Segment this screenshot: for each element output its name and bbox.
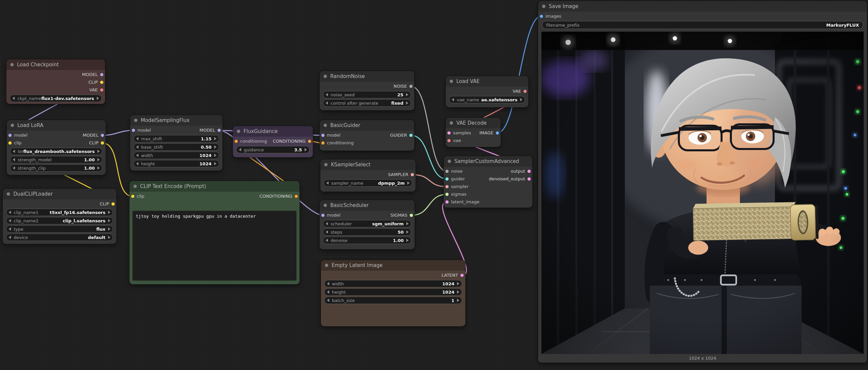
widget-max-shift[interactable]: max_shift 1.15 (133, 135, 219, 142)
output-slot-output[interactable] (527, 170, 531, 173)
output-slot-vae[interactable] (523, 90, 527, 93)
decrement-arrow-icon[interactable] (136, 145, 138, 149)
widget-noise-seed[interactable]: noise_seed 25 (323, 91, 411, 98)
widget-clip-name2[interactable]: clip_name2 clip_l.safetensors (6, 217, 113, 224)
node-load-lora[interactable]: Load LoRA model MODEL clip CLIP lor ... … (7, 120, 106, 175)
node-header[interactable]: Load Checkpoint (6, 59, 105, 70)
decrement-arrow-icon[interactable] (136, 137, 138, 140)
output-slot-latent[interactable] (460, 274, 464, 277)
increment-arrow-icon[interactable] (97, 166, 100, 170)
prev-arrow-icon[interactable] (9, 227, 11, 231)
next-arrow-icon[interactable] (407, 181, 410, 185)
output-slot-clip[interactable] (112, 202, 115, 206)
node-save-image[interactable]: Save Image images filename_prefix Markur… (538, 1, 867, 363)
increment-arrow-icon[interactable] (214, 154, 217, 157)
widget-ckpt-name[interactable]: ckpt_name flux1-dev.safetensors (10, 95, 102, 102)
widget-guidance[interactable]: guidance 3.5 (236, 146, 310, 153)
input-slot-model[interactable] (321, 214, 324, 217)
node-empty-latent-image[interactable]: Empty Latent Image LATENT width 1024 hei… (321, 260, 465, 326)
input-slot-clip[interactable] (131, 195, 134, 198)
widget-height[interactable]: height 1024 (133, 160, 219, 167)
input-slot-samples[interactable] (447, 131, 451, 135)
increment-arrow-icon[interactable] (214, 145, 217, 149)
next-arrow-icon[interactable] (520, 98, 522, 101)
node-basic-scheduler[interactable]: BasicScheduler model SIGMAS scheduler sg… (319, 200, 415, 249)
decrement-arrow-icon[interactable] (136, 162, 138, 165)
input-slot-sampler[interactable] (445, 185, 449, 188)
node-header[interactable]: BasicGuider (319, 120, 414, 131)
increment-arrow-icon[interactable] (406, 93, 408, 96)
decrement-arrow-icon[interactable] (327, 299, 329, 302)
node-header[interactable]: KSamplerSelect (320, 159, 416, 170)
node-dual-clip-loader[interactable]: DualCLIPLoader CLIP clip_name1 t5xxl_fp1… (3, 189, 117, 244)
node-model-sampling-flux[interactable]: ModelSamplingFlux model MODEL max_shift … (130, 115, 222, 171)
input-slot-model[interactable] (321, 134, 324, 137)
prev-arrow-icon[interactable] (326, 101, 328, 105)
node-header[interactable]: FluxGuidance (233, 126, 313, 137)
input-slot-vae[interactable] (447, 139, 451, 142)
node-header[interactable]: CLIP Text Encode (Prompt) (129, 181, 300, 192)
decrement-arrow-icon[interactable] (13, 158, 15, 161)
decrement-arrow-icon[interactable] (13, 166, 15, 170)
node-vae-decode[interactable]: VAE Decode samples IMAGE vae (446, 118, 501, 147)
increment-arrow-icon[interactable] (457, 290, 459, 294)
node-load-vae[interactable]: Load VAE VAE vae_name ae.safetensors (446, 76, 528, 107)
output-slot-clip[interactable] (101, 141, 104, 145)
node-sampler-custom-advanced[interactable]: SamplerCustomAdvanced noise output guide… (444, 156, 532, 208)
widget-width[interactable]: width 1024 (133, 152, 219, 159)
next-arrow-icon[interactable] (108, 211, 111, 214)
widget-control-after-generate[interactable]: control after generate fixed (323, 99, 411, 107)
node-flux-guidance[interactable]: FluxGuidance conditioning CONDITIONING g… (233, 126, 313, 157)
decrement-arrow-icon[interactable] (327, 282, 329, 285)
output-slot-clip[interactable] (100, 81, 103, 84)
next-arrow-icon[interactable] (406, 101, 408, 105)
increment-arrow-icon[interactable] (97, 158, 100, 161)
node-header[interactable]: SamplerCustomAdvanced (444, 156, 532, 167)
prompt-textarea[interactable]: tjtoy toy holding sparkgpu gpu in a data… (133, 211, 296, 280)
widget-steps[interactable]: steps 50 (323, 228, 411, 236)
widget-base-shift[interactable]: base_shift 0.50 (133, 143, 219, 151)
widget-denoise[interactable]: denoise 1.00 (323, 237, 411, 244)
node-header[interactable]: Save Image (538, 1, 867, 12)
input-slot-sigmas[interactable] (445, 193, 449, 196)
prev-arrow-icon[interactable] (326, 181, 329, 185)
input-slot-noise[interactable] (445, 170, 449, 173)
output-slot-conditioning[interactable] (294, 195, 298, 198)
node-header[interactable]: Empty Latent Image (321, 260, 465, 271)
input-slot-latent-image[interactable] (445, 200, 449, 204)
node-header[interactable]: Load VAE (446, 76, 528, 87)
decrement-arrow-icon[interactable] (326, 93, 328, 96)
decrement-arrow-icon[interactable] (136, 154, 138, 157)
prev-arrow-icon[interactable] (9, 219, 11, 222)
input-slot-conditioning[interactable] (235, 140, 238, 143)
output-slot-model[interactable] (100, 73, 103, 76)
widget-filename-prefix[interactable]: filename_prefix MarkuryFLUX (542, 21, 863, 29)
node-ksampler-select[interactable]: KSamplerSelect SAMPLER sampler_name dpmp… (320, 159, 416, 192)
node-random-noise[interactable]: RandomNoise NOISE noise_seed 25 control … (319, 71, 414, 110)
node-load-checkpoint[interactable]: Load Checkpoint MODEL CLIP VAE ckpt_name… (6, 59, 105, 104)
node-basic-guider[interactable]: BasicGuider model GUIDER conditioning (319, 120, 414, 151)
node-header[interactable]: ModelSamplingFlux (130, 115, 222, 126)
increment-arrow-icon[interactable] (457, 282, 459, 285)
output-slot-model[interactable] (101, 134, 104, 137)
increment-arrow-icon[interactable] (406, 239, 409, 242)
prev-arrow-icon[interactable] (9, 236, 11, 239)
prev-arrow-icon[interactable] (13, 150, 15, 153)
increment-arrow-icon[interactable] (406, 230, 409, 234)
input-slot-clip[interactable] (8, 141, 12, 145)
output-slot-conditioning[interactable] (308, 140, 311, 143)
node-header[interactable]: RandomNoise (319, 71, 414, 82)
widget-scheduler[interactable]: scheduler sgm_uniform (323, 220, 411, 227)
next-arrow-icon[interactable] (108, 236, 111, 239)
node-header[interactable]: Load LoRA (7, 120, 106, 131)
increment-arrow-icon[interactable] (214, 162, 217, 165)
prev-arrow-icon[interactable] (9, 211, 11, 214)
output-slot-noise[interactable] (409, 85, 413, 88)
widget-lora-name[interactable]: lor ... flux_dreambooth.safetensors (10, 148, 102, 155)
output-slot-vae[interactable] (100, 88, 103, 92)
widget-vae-name[interactable]: vae_name ae.safetensors (449, 96, 525, 103)
next-arrow-icon[interactable] (97, 97, 99, 100)
output-slot-guider[interactable] (409, 134, 413, 137)
decrement-arrow-icon[interactable] (326, 230, 328, 234)
widget-strength-clip[interactable]: strength_clip 1.00 (10, 164, 102, 172)
